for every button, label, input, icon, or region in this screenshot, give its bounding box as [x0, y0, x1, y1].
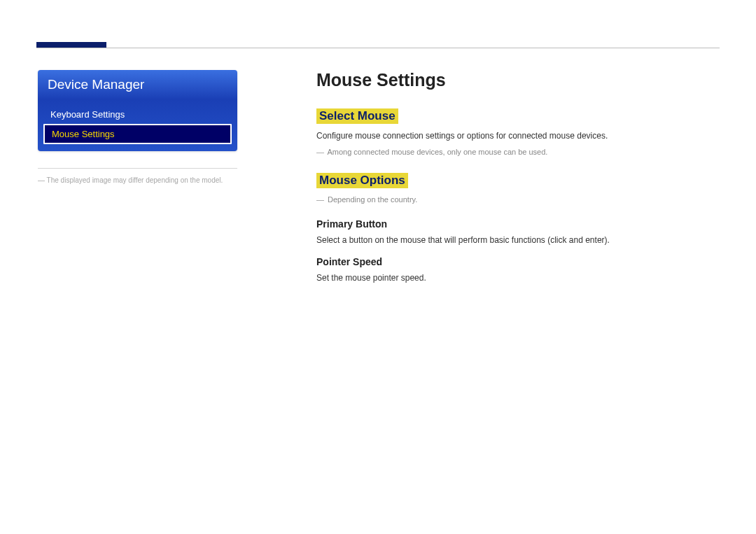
select-mouse-note: ― Among connected mouse devices, only on… — [316, 146, 714, 159]
pointer-speed-heading: Pointer Speed — [316, 256, 714, 267]
sidebar-title: Device Manager — [48, 77, 227, 92]
sidebar-body: Keyboard Settings Mouse Settings — [38, 99, 237, 151]
primary-button-text: Select a button on the mouse that will p… — [316, 234, 714, 246]
mouse-options-note-text: Depending on the country. — [328, 195, 417, 204]
page-title: Mouse Settings — [316, 70, 714, 90]
sidebar-item-label: Mouse Settings — [52, 129, 115, 139]
select-mouse-note-text: Among connected mouse devices, only one … — [327, 148, 547, 156]
sidebar-panel: Device Manager Keyboard Settings Mouse S… — [38, 70, 237, 151]
mouse-options-heading: Mouse Options — [316, 173, 408, 188]
sidebar-note-text: The displayed image may differ depending… — [47, 176, 223, 184]
select-mouse-heading: Select Mouse — [316, 108, 398, 124]
main-content: Mouse Settings Select Mouse Configure mo… — [316, 70, 714, 298]
primary-button-heading: Primary Button — [316, 218, 714, 230]
header-accent-bar — [36, 42, 106, 48]
sidebar-header: Device Manager — [38, 70, 237, 99]
sidebar-divider — [38, 168, 237, 169]
section-mouse-options: Mouse Options ― Depending on the country… — [316, 173, 714, 285]
dash-icon: ― — [316, 148, 324, 156]
select-mouse-text: Configure mouse connection settings or o… — [316, 129, 714, 142]
dash-icon: ― — [38, 176, 45, 184]
sidebar-item-label: Keyboard Settings — [50, 109, 125, 120]
sidebar-note: ― The displayed image may differ dependi… — [38, 175, 241, 185]
mouse-options-note: ― Depending on the country. — [316, 194, 714, 206]
dash-icon: ― — [316, 195, 324, 204]
sidebar-item-keyboard-settings[interactable]: Keyboard Settings — [41, 105, 234, 124]
section-select-mouse: Select Mouse Configure mouse connection … — [316, 108, 714, 159]
pointer-speed-text: Set the mouse pointer speed. — [316, 272, 714, 284]
sidebar-item-mouse-settings[interactable]: Mouse Settings — [43, 124, 232, 144]
header-divider — [36, 48, 720, 48]
